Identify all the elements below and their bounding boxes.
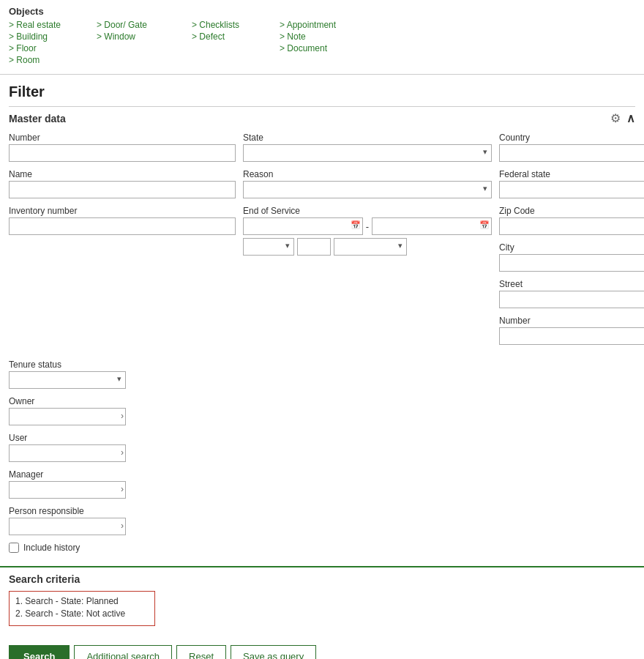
person-responsible-input[interactable]: [9, 518, 126, 535]
link-checklists[interactable]: Checklists: [192, 20, 280, 30]
form-col-2: State Planned Active Not active Reason: [243, 133, 492, 352]
end-of-service-label: End of Service: [243, 206, 492, 216]
inventory-input[interactable]: [9, 217, 236, 235]
zip-input[interactable]: [499, 217, 644, 235]
additional-search-button[interactable]: Additional search: [74, 645, 172, 659]
save-as-query-button[interactable]: Save as query: [231, 645, 316, 659]
collapse-icon[interactable]: ∧: [626, 111, 635, 125]
inventory-label: Inventory number: [9, 206, 236, 216]
number-input[interactable]: [9, 144, 236, 162]
link-note[interactable]: Note: [280, 31, 389, 42]
field-city: City: [499, 242, 644, 272]
search-button[interactable]: Search: [9, 645, 70, 659]
date-qualifier-select-wrapper: [243, 238, 294, 256]
user-input-wrap: ›: [9, 444, 126, 462]
filter-section: Filter Master data ⚙ ∧ Number Name Inven…: [0, 79, 644, 557]
owner-input-wrap: ›: [9, 408, 126, 425]
field-street: Street: [499, 279, 644, 308]
section-divider: [0, 566, 644, 567]
address-number-input[interactable]: [499, 327, 644, 345]
street-input[interactable]: [499, 291, 644, 308]
owner-arrow-icon[interactable]: ›: [121, 411, 124, 421]
objects-col-4: Appointment Note Document: [280, 20, 389, 65]
country-select[interactable]: [499, 144, 644, 162]
objects-title: Objects: [9, 6, 635, 17]
field-owner: Owner ›: [9, 396, 635, 425]
criteria-item-1: 1. Search - State: Planned: [15, 596, 149, 606]
state-select[interactable]: Planned Active Not active: [243, 144, 492, 162]
master-data-header: Master data ⚙ ∧: [9, 111, 635, 125]
person-responsible-input-wrap: ›: [9, 518, 126, 535]
objects-col-3: Checklists Defect: [192, 20, 280, 65]
field-name: Name: [9, 169, 236, 198]
reason-select[interactable]: [243, 181, 492, 198]
link-defect[interactable]: Defect: [192, 31, 280, 42]
user-arrow-icon[interactable]: ›: [121, 447, 124, 458]
owner-input[interactable]: [9, 408, 126, 425]
country-select-wrapper: [499, 144, 644, 162]
date-qualifier-select[interactable]: [243, 238, 294, 256]
link-document[interactable]: Document: [280, 43, 389, 53]
field-number: Number: [9, 133, 236, 162]
tenure-status-select[interactable]: [9, 371, 126, 389]
link-window[interactable]: Window: [97, 31, 192, 42]
name-input[interactable]: [9, 181, 236, 198]
objects-section: Objects Real estate Building Floor Room …: [0, 0, 644, 70]
date-unit-select[interactable]: [334, 238, 407, 256]
field-user: User ›: [9, 433, 635, 462]
address-number-label: Number: [499, 316, 644, 326]
date-separator: -: [366, 221, 369, 232]
bottom-section: Tenure status Owner › User › Manager: [9, 360, 635, 553]
federal-state-select[interactable]: [499, 181, 644, 198]
action-buttons: Search Additional search Reset Save as q…: [0, 639, 644, 659]
criteria-item-2: 2. Search - State: Not active: [15, 608, 149, 619]
state-label: State: [243, 133, 492, 143]
objects-col-1: Real estate Building Floor Room: [9, 20, 97, 65]
link-building[interactable]: Building: [9, 31, 97, 42]
date-value-input[interactable]: [297, 238, 331, 256]
top-divider: [0, 74, 644, 75]
link-room[interactable]: Room: [9, 55, 97, 65]
date-row2: [243, 238, 492, 256]
settings-icon[interactable]: ⚙: [610, 111, 621, 125]
owner-label: Owner: [9, 396, 635, 406]
form-grid: Number Name Inventory number State Plann…: [9, 133, 635, 352]
field-tenure-status: Tenure status: [9, 360, 635, 389]
filter-divider: [9, 106, 635, 107]
criteria-box: 1. Search - State: Planned 2. Search - S…: [9, 591, 155, 626]
link-appointment[interactable]: Appointment: [280, 20, 389, 30]
user-input[interactable]: [9, 444, 126, 462]
search-criteria-title: Search criteria: [9, 573, 635, 585]
link-real-estate[interactable]: Real estate: [9, 20, 97, 30]
person-responsible-arrow-icon[interactable]: ›: [121, 521, 124, 531]
date-to-input[interactable]: [372, 217, 492, 235]
filter-title: Filter: [9, 83, 635, 100]
field-address-number: Number: [499, 316, 644, 345]
manager-label: Manager: [9, 469, 635, 480]
field-manager: Manager ›: [9, 469, 635, 499]
manager-arrow-icon[interactable]: ›: [121, 484, 124, 494]
city-input[interactable]: [499, 254, 644, 272]
include-history-label[interactable]: Include history: [23, 543, 80, 553]
link-door-gate[interactable]: Door/ Gate: [97, 20, 192, 30]
field-federal-state: Federal state: [499, 169, 644, 198]
include-history-checkbox[interactable]: [9, 543, 19, 553]
number-label: Number: [9, 133, 236, 143]
name-label: Name: [9, 169, 236, 179]
form-col-3: Country Federal state Zip Code: [499, 133, 644, 352]
state-select-wrapper: Planned Active Not active: [243, 144, 492, 162]
date-from-wrap: 📅: [243, 217, 363, 235]
date-from-input[interactable]: [243, 217, 363, 235]
federal-state-select-wrapper: [499, 181, 644, 198]
calendar-to-icon[interactable]: 📅: [479, 220, 490, 230]
field-state: State Planned Active Not active: [243, 133, 492, 162]
federal-state-label: Federal state: [499, 169, 644, 179]
link-floor[interactable]: Floor: [9, 43, 97, 53]
master-data-title: Master data: [9, 113, 66, 124]
search-criteria-section: Search criteria 1. Search - State: Plann…: [0, 573, 644, 633]
field-country: Country: [499, 133, 644, 162]
calendar-from-icon[interactable]: 📅: [351, 220, 361, 230]
date-to-wrap: 📅: [372, 217, 492, 235]
manager-input[interactable]: [9, 481, 126, 499]
reset-button[interactable]: Reset: [176, 645, 226, 659]
